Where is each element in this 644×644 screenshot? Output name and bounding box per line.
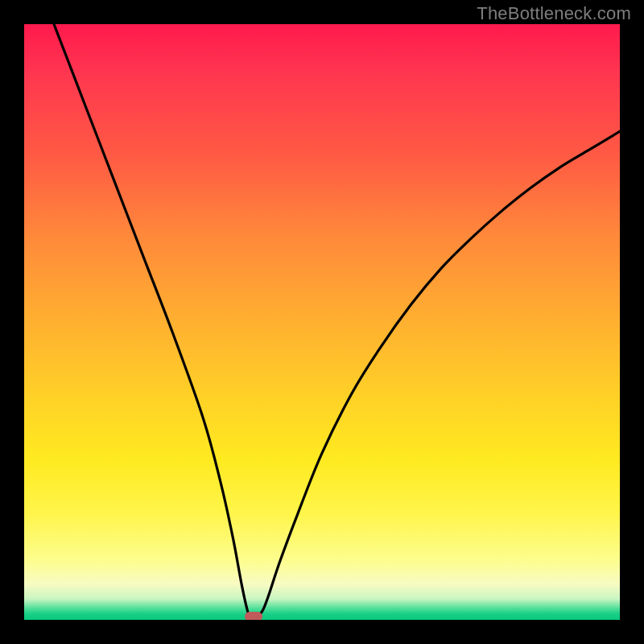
minimum-marker — [245, 612, 262, 620]
plot-area — [24, 24, 620, 620]
bottleneck-curve — [24, 24, 620, 620]
chart-frame: TheBottleneck.com — [0, 0, 644, 644]
watermark-text: TheBottleneck.com — [477, 3, 631, 24]
